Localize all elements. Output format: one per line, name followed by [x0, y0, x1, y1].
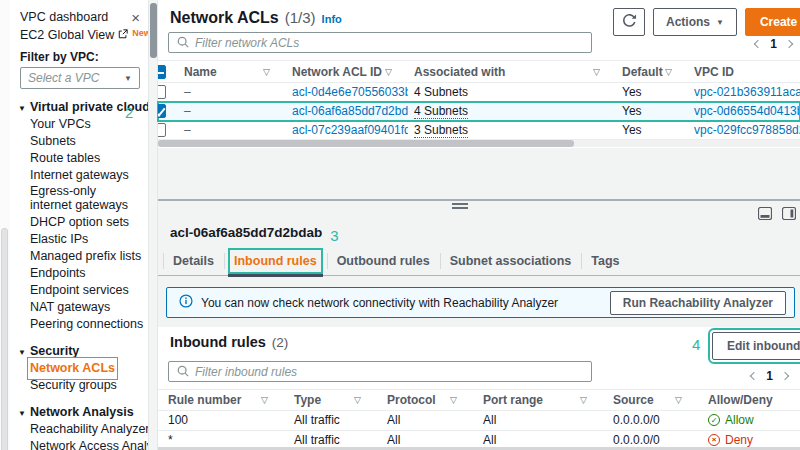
sidebar-item[interactable]: Egress-only internet gateways	[10, 184, 148, 214]
sort-icon[interactable]: ▽	[263, 67, 270, 77]
inbound-rules-filter-input[interactable]	[195, 362, 591, 381]
sidebar-item[interactable]: ▼Network Analysis	[10, 404, 148, 421]
sidebar-item[interactable]: Security groups	[10, 377, 148, 394]
sort-icon[interactable]: ▽	[385, 67, 392, 77]
sidebar-item[interactable]: NAT gateways	[10, 299, 148, 316]
acl-table-header: Name▽ Network ACL ID▽ Associated with▽ D…	[158, 60, 800, 83]
sidebar-item[interactable]: Network Access Analyzer	[10, 438, 148, 450]
sidebar-item[interactable]: Internet gateways	[10, 167, 148, 184]
acl-filter	[168, 32, 592, 53]
acl-filter-input[interactable]	[195, 33, 591, 52]
info-link[interactable]: Info	[322, 13, 342, 25]
refresh-button[interactable]	[613, 8, 645, 36]
vpc-id-link[interactable]: vpc-021b363911aca3628 /	[694, 85, 800, 99]
associated-subnets[interactable]: 4 Subnets	[414, 104, 468, 119]
inbound-rule-row[interactable]: 100 All traffic All All 0.0.0.0/0 ✓ Allo…	[158, 411, 800, 431]
create-network-acl-button[interactable]: Create network ACL	[745, 8, 800, 36]
close-icon[interactable]: ×	[131, 10, 140, 25]
tab[interactable]: Tags	[581, 246, 629, 275]
tab[interactable]: Subnet associations	[440, 246, 582, 275]
split-horizontal-icon[interactable]	[758, 206, 772, 224]
sidebar-item[interactable]: Network ACLs1	[10, 360, 148, 377]
vpc-id-link[interactable]: vpc-029fcc978858d22f5	[694, 123, 800, 137]
horizontal-scrollbar[interactable]	[158, 140, 800, 147]
detail-tabs: Details Inbound rules Outbound rules Sub…	[158, 246, 800, 276]
row-checkbox[interactable]	[158, 85, 166, 99]
page-scrollbar[interactable]	[0, 0, 10, 450]
vpc-id-link[interactable]: vpc-0d66554d0413b49fe /	[694, 104, 800, 118]
sort-icon[interactable]: ▽	[261, 395, 268, 405]
acl-table-row[interactable]: – acl-0d4e6e70556033b7f 4 Subnets Yes vp…	[158, 83, 800, 102]
annotation-step-4: 4	[692, 337, 700, 352]
sidebar-item[interactable]: Elastic IPs	[10, 231, 148, 248]
section-collapse-icon[interactable]: ▼	[18, 104, 26, 113]
sidebar-item[interactable]: Endpoints	[10, 265, 148, 282]
row-checkbox[interactable]	[158, 104, 166, 118]
sort-icon[interactable]: ▽	[354, 395, 361, 405]
sidebar-scrollbar-thumb[interactable]	[150, 3, 157, 58]
result-count: (1/3)	[285, 9, 316, 26]
acl-id-link[interactable]: acl-0d4e6e70556033b7f	[292, 85, 408, 99]
row-checkbox[interactable]	[158, 123, 166, 137]
sidebar-item[interactable]: Route tables	[10, 150, 148, 167]
sort-icon[interactable]: ▽	[450, 395, 457, 405]
actions-button[interactable]: Actions▼	[653, 8, 737, 36]
next-page-icon[interactable]	[781, 372, 789, 380]
sidebar-item[interactable]: Peering connections	[10, 316, 148, 333]
next-page-icon[interactable]	[785, 40, 793, 48]
run-reachability-analyzer-button[interactable]: Run Reachability Analyzer	[610, 291, 786, 315]
acl-name: –	[178, 123, 286, 137]
inbound-rules-count: (2)	[272, 335, 289, 350]
info-icon	[179, 294, 193, 312]
acl-table-row[interactable]: – acl-07c239aaf09401fd7 3 Subnets Yes vp…	[158, 121, 800, 140]
annotation-step-2: 2	[125, 105, 133, 120]
sort-icon[interactable]: ▽	[675, 395, 682, 405]
inbound-rules-panel: Inbound rules (2) Edit inbound rules 4 1…	[158, 327, 800, 450]
current-page[interactable]: 1	[770, 37, 777, 51]
rule-protocol: All	[377, 413, 473, 427]
section-collapse-icon[interactable]: ▼	[18, 409, 26, 418]
inbound-rules-filter	[168, 361, 592, 382]
tab[interactable]: Inbound rules	[224, 246, 327, 275]
search-icon	[169, 34, 195, 52]
tab[interactable]: Details	[163, 246, 224, 275]
rule-port-range: All	[473, 433, 603, 447]
inbound-rules-header: Rule number▽ Type▽ Protocol▽ Port range▽…	[158, 389, 800, 411]
sidebar-item[interactable]: Subnets	[10, 133, 148, 150]
acl-id-link[interactable]: acl-07c239aaf09401fd7	[292, 123, 408, 137]
search-icon	[169, 363, 195, 381]
sidebar-item-vpc-dashboard[interactable]: VPC dashboard	[20, 10, 108, 24]
acl-table-row[interactable]: 2 – acl-06af6a85dd7d2bdab 4 Subnets Yes …	[158, 102, 800, 121]
sidebar-item[interactable]: Managed prefix lists	[10, 248, 148, 265]
sidebar-item[interactable]: ▼Security	[10, 343, 148, 360]
sidebar-item[interactable]: Endpoint services	[10, 282, 148, 299]
acl-table-body: – acl-0d4e6e70556033b7f 4 Subnets Yes vp…	[158, 83, 800, 140]
associated-subnets[interactable]: 3 Subnets	[414, 123, 468, 138]
associated-subnets[interactable]: 4 Subnets	[414, 85, 468, 99]
sort-icon[interactable]: ▽	[665, 67, 672, 77]
current-page[interactable]: 1	[766, 369, 773, 383]
page-scrollbar-thumb[interactable]	[1, 228, 8, 450]
sidebar-scrollbar[interactable]	[148, 0, 158, 450]
previous-page-icon[interactable]	[754, 40, 762, 48]
sort-icon[interactable]: ▽	[593, 67, 600, 77]
default-value: Yes	[616, 104, 688, 118]
horizontal-scrollbar-thumb[interactable]	[158, 140, 574, 147]
sidebar-item[interactable]: DHCP option sets	[10, 214, 148, 231]
inbound-rules-body: 100 All traffic All All 0.0.0.0/0 ✓ Allo…	[158, 411, 800, 450]
vpc-selector[interactable]: Select a VPC ▼	[20, 67, 140, 89]
previous-page-icon[interactable]	[750, 372, 758, 380]
sort-icon[interactable]: ▽	[580, 395, 587, 405]
sidebar-item-ec2-global-view[interactable]: EC2 Global View	[20, 28, 114, 42]
filter-by-vpc-label: Filter by VPC:	[20, 50, 140, 65]
tab[interactable]: Outbound rules	[327, 246, 440, 275]
edit-inbound-rules-button[interactable]: Edit inbound rules	[712, 332, 800, 360]
panel-resize-handle[interactable]	[452, 203, 468, 211]
rule-source: 0.0.0.0/0	[603, 433, 698, 447]
allow-deny-icon: ×	[708, 434, 720, 446]
section-collapse-icon[interactable]: ▼	[18, 348, 26, 357]
split-vertical-icon[interactable]	[782, 206, 796, 224]
acl-id-link[interactable]: acl-06af6a85dd7d2bdab	[292, 104, 408, 118]
sidebar-item[interactable]: Reachability Analyzer	[10, 421, 148, 438]
select-all-checkbox[interactable]	[158, 65, 166, 79]
